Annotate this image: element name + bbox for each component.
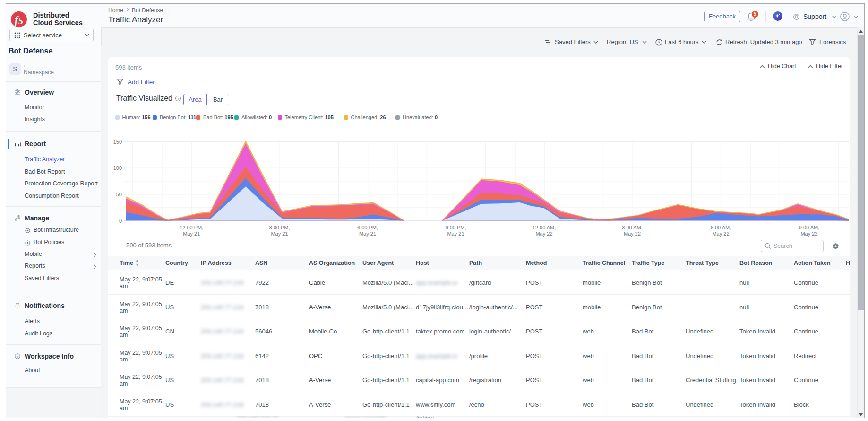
- svg-text:May 21: May 21: [271, 231, 288, 237]
- svg-text:12:00 AM,: 12:00 AM,: [533, 225, 556, 230]
- svg-text:May 22: May 22: [535, 231, 552, 237]
- svg-text:6:00 AM,: 6:00 AM,: [711, 225, 731, 230]
- svg-text:3:00 PM,: 3:00 PM,: [269, 225, 290, 230]
- svg-text:May 21: May 21: [447, 231, 464, 237]
- svg-text:100: 100: [113, 165, 122, 171]
- svg-text:9:00 PM,: 9:00 PM,: [445, 225, 466, 230]
- svg-text:6:00 PM,: 6:00 PM,: [357, 225, 378, 230]
- svg-text:May 21: May 21: [183, 231, 200, 237]
- svg-text:May 21: May 21: [359, 231, 376, 237]
- svg-text:0: 0: [119, 218, 122, 224]
- svg-text:3:00 AM,: 3:00 AM,: [622, 225, 642, 230]
- svg-text:50: 50: [116, 192, 122, 197]
- svg-text:5: 5: [18, 16, 23, 26]
- svg-text:May 22: May 22: [712, 231, 729, 237]
- svg-text:Cloud Services: Cloud Services: [33, 19, 83, 26]
- svg-text:150: 150: [113, 139, 122, 145]
- svg-text:9:00 AM,: 9:00 AM,: [799, 225, 819, 230]
- svg-text:Distributed: Distributed: [33, 11, 69, 19]
- svg-text:12:00 PM,: 12:00 PM,: [180, 225, 203, 230]
- svg-text:May 22: May 22: [800, 231, 817, 237]
- svg-text:May 22: May 22: [624, 231, 641, 237]
